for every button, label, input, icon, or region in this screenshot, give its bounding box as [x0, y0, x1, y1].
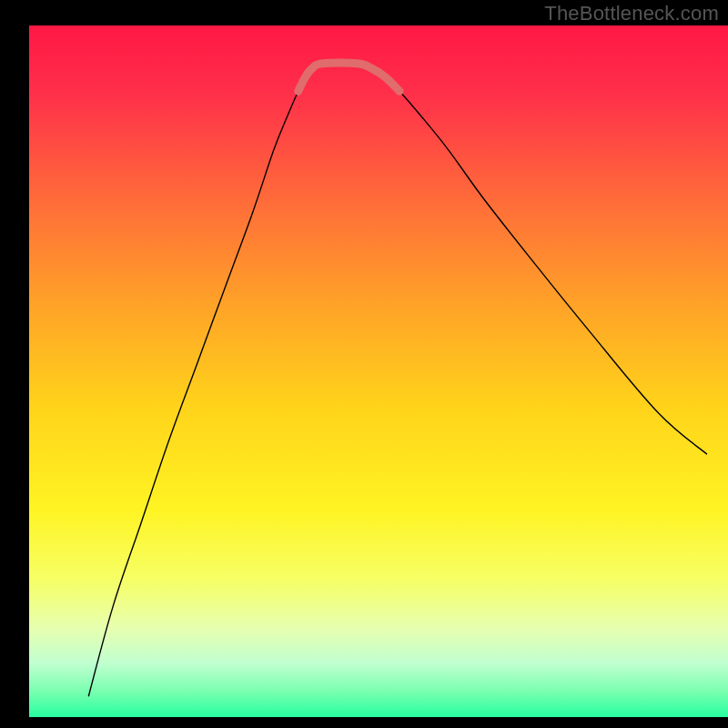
plot-frame	[0, 717, 728, 728]
chart-canvas: TheBottleneck.com	[0, 0, 728, 728]
watermark-text: TheBottleneck.com	[544, 2, 719, 25]
chart-svg	[0, 0, 728, 728]
plot-frame	[0, 0, 29, 728]
